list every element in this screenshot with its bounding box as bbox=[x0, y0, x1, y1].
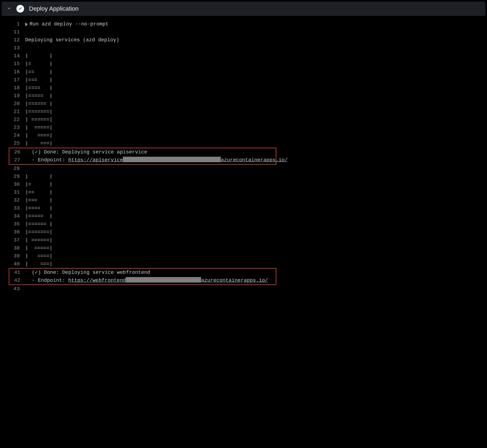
line-content: |====== | bbox=[25, 100, 53, 108]
line-content: |= | bbox=[25, 60, 53, 68]
step-title: Deploy Application bbox=[29, 5, 79, 12]
line-number: 22 bbox=[0, 116, 25, 124]
log-line: 1Run azd deploy --no-prompt bbox=[0, 20, 487, 28]
line-content: | ===| bbox=[25, 260, 53, 268]
log-line: 39| ====| bbox=[0, 252, 487, 260]
line-content: | =====| bbox=[25, 124, 53, 132]
line-content: | ======| bbox=[25, 116, 53, 124]
line-number: 43 bbox=[0, 285, 25, 293]
log-line: 27 - Endpoint: https://apiserviceazureco… bbox=[9, 156, 276, 164]
log-line: 32|=== | bbox=[0, 196, 487, 204]
line-content: | ====| bbox=[25, 132, 53, 139]
log-line: 13 bbox=[0, 44, 487, 52]
log-line: 30|= | bbox=[0, 181, 487, 188]
line-content: | | bbox=[25, 52, 53, 60]
line-content: |==== | bbox=[25, 84, 53, 92]
line-number: 16 bbox=[0, 68, 25, 76]
line-content: (✓) Done: Deploying service webfrontend bbox=[26, 269, 150, 277]
line-number: 41 bbox=[9, 269, 26, 277]
step-header[interactable]: Deploy Application bbox=[2, 2, 485, 16]
log-line: 40| ===| bbox=[0, 260, 487, 268]
line-number: 38 bbox=[0, 244, 25, 252]
line-content: Deploying services (azd deploy) bbox=[25, 36, 119, 44]
log-line: 14| | bbox=[0, 52, 487, 60]
endpoint-link[interactable]: https://apiserviceazurecontainerapps.io/ bbox=[68, 156, 288, 164]
line-number: 28 bbox=[0, 165, 25, 173]
log-line: 22| ======| bbox=[0, 116, 487, 124]
line-number: 37 bbox=[0, 236, 25, 244]
chevron-down-icon[interactable] bbox=[7, 6, 11, 12]
endpoint-link[interactable]: https://webfrontendazurecontainerapps.io… bbox=[68, 277, 268, 284]
line-content: |=======| bbox=[25, 228, 53, 236]
log-line: 37| ======| bbox=[0, 236, 487, 244]
log-line: 36|=======| bbox=[0, 228, 487, 236]
log-line: 34|===== | bbox=[0, 212, 487, 220]
line-number: 33 bbox=[0, 204, 25, 212]
line-number: 19 bbox=[0, 92, 25, 100]
log-line: 23| =====| bbox=[0, 124, 487, 132]
line-content: |= | bbox=[25, 181, 53, 188]
line-content: |=======| bbox=[25, 108, 53, 116]
line-content: | ====| bbox=[25, 252, 53, 260]
log-line: 42 - Endpoint: https://webfrontendazurec… bbox=[9, 277, 276, 284]
line-content: |===== | bbox=[25, 212, 53, 220]
log-line: 28 bbox=[0, 165, 487, 173]
log-line: 15|= | bbox=[0, 60, 487, 68]
line-content: | | bbox=[25, 173, 53, 181]
log-line: 19|===== | bbox=[0, 92, 487, 100]
line-number: 31 bbox=[0, 188, 25, 196]
line-number: 11 bbox=[0, 28, 25, 36]
line-number: 36 bbox=[0, 228, 25, 236]
line-content: - Endpoint: https://webfrontendazurecont… bbox=[26, 277, 268, 284]
line-number: 29 bbox=[0, 173, 25, 181]
expand-triangle-icon[interactable] bbox=[25, 22, 28, 26]
log-line: 24| ====| bbox=[0, 132, 487, 139]
line-number: 12 bbox=[0, 36, 25, 44]
log-line: 31|== | bbox=[0, 188, 487, 196]
line-number: 39 bbox=[0, 252, 25, 260]
log-line: 29| | bbox=[0, 173, 487, 181]
line-content: |===== | bbox=[25, 92, 53, 100]
line-number: 23 bbox=[0, 124, 25, 132]
log-line: 26 (✓) Done: Deploying service apiservic… bbox=[9, 148, 276, 156]
line-number: 30 bbox=[0, 181, 25, 188]
log-line: 38| =====| bbox=[0, 244, 487, 252]
log-line: 35|====== | bbox=[0, 220, 487, 228]
line-number: 27 bbox=[9, 156, 26, 164]
log-line: 21|=======| bbox=[0, 108, 487, 116]
line-content: |====== | bbox=[25, 220, 53, 228]
line-number: 13 bbox=[0, 44, 25, 52]
line-number: 20 bbox=[0, 100, 25, 108]
redacted-segment bbox=[126, 277, 201, 283]
line-number: 25 bbox=[0, 139, 25, 147]
log-line: 33|==== | bbox=[0, 204, 487, 212]
line-number: 32 bbox=[0, 196, 25, 204]
log-line: 20|====== | bbox=[0, 100, 487, 108]
log-line: 16|== | bbox=[0, 68, 487, 76]
line-number: 18 bbox=[0, 84, 25, 92]
line-number: 40 bbox=[0, 260, 25, 268]
line-content: |=== | bbox=[25, 196, 53, 204]
line-content: Run azd deploy --no-prompt bbox=[25, 20, 109, 28]
log-line: 17|=== | bbox=[0, 76, 487, 84]
line-number: 14 bbox=[0, 52, 25, 60]
line-content: |==== | bbox=[25, 204, 53, 212]
line-number: 26 bbox=[9, 148, 26, 156]
log-line: 11 bbox=[0, 28, 487, 36]
log-line: 18|==== | bbox=[0, 84, 487, 92]
line-content: | ======| bbox=[25, 236, 53, 244]
line-number: 42 bbox=[9, 277, 26, 284]
line-content: - Endpoint: https://apiserviceazureconta… bbox=[26, 156, 288, 164]
log-line: 25| ===| bbox=[0, 139, 487, 147]
line-number: 15 bbox=[0, 60, 25, 68]
log-line: 43 bbox=[0, 285, 487, 293]
line-content: |== | bbox=[25, 188, 53, 196]
highlight-webfrontend: 41 (✓) Done: Deploying service webfronte… bbox=[9, 268, 276, 285]
line-number: 21 bbox=[0, 108, 25, 116]
line-number: 17 bbox=[0, 76, 25, 84]
log-line: 41 (✓) Done: Deploying service webfronte… bbox=[9, 269, 276, 277]
line-content: (✓) Done: Deploying service apiservice bbox=[26, 148, 147, 156]
line-number: 34 bbox=[0, 212, 25, 220]
log-line: 12Deploying services (azd deploy) bbox=[0, 36, 487, 44]
check-circle-icon bbox=[16, 5, 24, 13]
